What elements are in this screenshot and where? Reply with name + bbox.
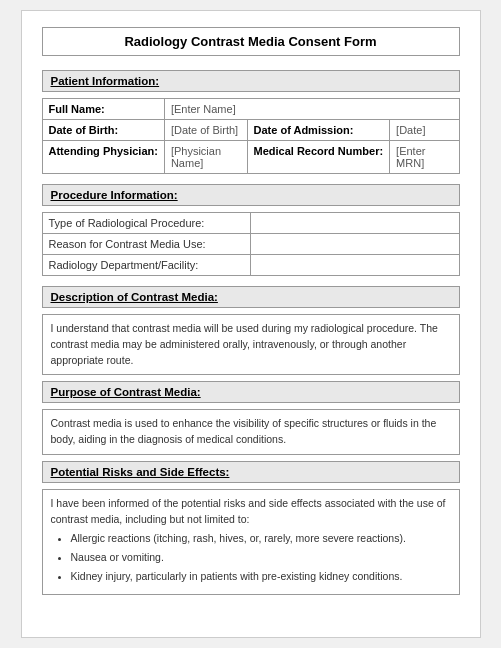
proc-facility-value (251, 255, 460, 276)
procedure-info-table: Type of Radiological Procedure: Reason f… (42, 212, 460, 276)
mrn-label: Medical Record Number: (247, 141, 390, 174)
physician-value: [Physician Name] (164, 141, 247, 174)
mrn-value: [Enter MRN] (390, 141, 459, 174)
table-row: Date of Birth: [Date of Birth] Date of A… (42, 120, 459, 141)
form-page: Radiology Contrast Media Consent Form Pa… (21, 10, 481, 638)
physician-label: Attending Physician: (42, 141, 164, 174)
admission-label: Date of Admission: (247, 120, 390, 141)
proc-type-label: Type of Radiological Procedure: (42, 213, 251, 234)
risks-intro: I have been informed of the potential ri… (51, 496, 451, 528)
table-row: Type of Radiological Procedure: (42, 213, 459, 234)
proc-facility-label: Radiology Department/Facility: (42, 255, 251, 276)
table-row: Full Name: [Enter Name] (42, 99, 459, 120)
proc-type-value (251, 213, 460, 234)
list-item: Allergic reactions (itching, rash, hives… (71, 531, 451, 547)
patient-info-table: Full Name: [Enter Name] Date of Birth: [… (42, 98, 460, 174)
patient-info-header: Patient Information: (51, 75, 160, 87)
table-row: Attending Physician: [Physician Name] Me… (42, 141, 459, 174)
procedure-info-header-wrapper: Procedure Information: (42, 184, 460, 206)
purpose-header: Purpose of Contrast Media: (51, 386, 201, 398)
list-item: Kidney injury, particularly in patients … (71, 569, 451, 585)
form-title: Radiology Contrast Media Consent Form (124, 34, 376, 49)
description-header-wrapper: Description of Contrast Media: (42, 286, 460, 308)
risks-header: Potential Risks and Side Effects: (51, 466, 230, 478)
purpose-text-box: Contrast media is used to enhance the vi… (42, 409, 460, 455)
procedure-info-header: Procedure Information: (51, 189, 178, 201)
risks-header-wrapper: Potential Risks and Side Effects: (42, 461, 460, 483)
risks-text-box: I have been informed of the potential ri… (42, 489, 460, 595)
proc-reason-label: Reason for Contrast Media Use: (42, 234, 251, 255)
description-header: Description of Contrast Media: (51, 291, 218, 303)
admission-value: [Date] (390, 120, 459, 141)
full-name-label: Full Name: (42, 99, 164, 120)
proc-reason-value (251, 234, 460, 255)
purpose-text: Contrast media is used to enhance the vi… (51, 417, 437, 445)
table-row: Radiology Department/Facility: (42, 255, 459, 276)
list-item: Nausea or vomiting. (71, 550, 451, 566)
risks-bullet-list: Allergic reactions (itching, rash, hives… (51, 531, 451, 584)
dob-value: [Date of Birth] (164, 120, 247, 141)
description-text: I understand that contrast media will be… (51, 322, 438, 366)
purpose-header-wrapper: Purpose of Contrast Media: (42, 381, 460, 403)
patient-info-header-wrapper: Patient Information: (42, 70, 460, 92)
form-title-wrapper: Radiology Contrast Media Consent Form (42, 27, 460, 56)
full-name-value: [Enter Name] (164, 99, 459, 120)
table-row: Reason for Contrast Media Use: (42, 234, 459, 255)
dob-label: Date of Birth: (42, 120, 164, 141)
description-text-box: I understand that contrast media will be… (42, 314, 460, 375)
